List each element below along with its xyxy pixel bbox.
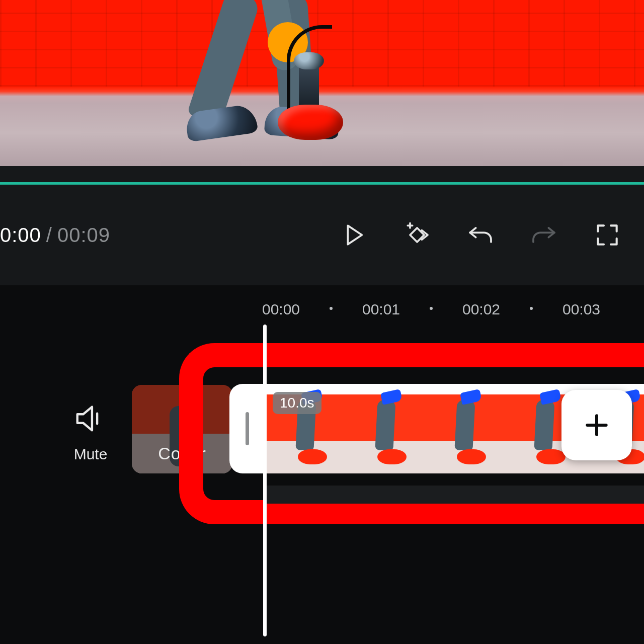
keyframe-button[interactable] <box>385 205 449 265</box>
fullscreen-icon <box>593 221 621 249</box>
add-clip-button[interactable] <box>561 390 632 460</box>
ruler-tick: 00:03 <box>533 301 630 318</box>
clip-frame <box>424 384 503 473</box>
preview-frame-content <box>171 0 382 166</box>
speaker-icon <box>73 401 108 436</box>
time-readout: 0:00 / 00:09 <box>0 224 110 247</box>
redo-button[interactable] <box>512 205 576 265</box>
ruler-tick: 00:02 <box>433 301 530 318</box>
playback-controls: 0:00 / 00:09 <box>0 185 644 285</box>
mute-label: Mute <box>55 446 126 463</box>
editor-chrome: 0:00 / 00:09 <box>0 166 644 285</box>
plus-icon <box>581 409 613 441</box>
clip-frame <box>344 384 424 473</box>
time-separator: / <box>46 224 52 247</box>
clip-duration-badge: 10.0s <box>273 392 321 414</box>
keyframe-add-icon <box>403 221 431 249</box>
play-button[interactable] <box>322 205 385 265</box>
video-preview[interactable] <box>0 0 644 166</box>
ruler-tick: 00:00 <box>232 301 330 318</box>
timeline[interactable]: 00:00 00:01 00:02 00:03 Mute Cover 10.0s <box>0 285 644 644</box>
playhead[interactable] <box>263 325 267 636</box>
undo-icon <box>466 221 495 249</box>
clip-trim-handle-left[interactable] <box>229 384 265 473</box>
fullscreen-button[interactable] <box>576 205 639 265</box>
time-ruler[interactable]: 00:00 00:01 00:02 00:03 <box>0 297 644 321</box>
secondary-track[interactable] <box>265 486 644 504</box>
play-icon <box>340 221 368 249</box>
ruler-tick: 00:01 <box>333 301 430 318</box>
undo-button[interactable] <box>449 205 512 265</box>
current-time: 0:00 <box>0 224 41 247</box>
redo-icon <box>530 221 558 249</box>
total-duration: 00:09 <box>57 224 110 247</box>
mute-button[interactable]: Mute <box>55 401 126 463</box>
